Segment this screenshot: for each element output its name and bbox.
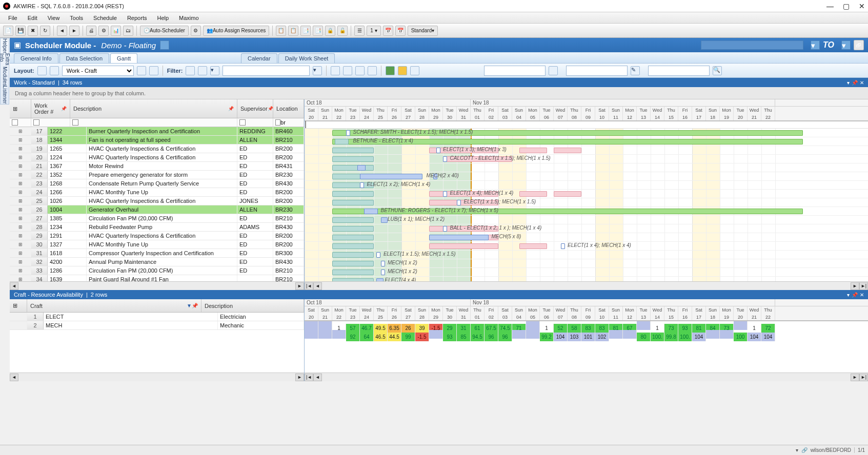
gantt-bar[interactable] — [332, 261, 374, 266]
num-dd[interactable]: 1 ▾ — [367, 26, 380, 36]
filter-loc[interactable] — [275, 119, 280, 126]
gantt-chart[interactable]: Oct 18Nov 18 SatSunMonTueWedThuFriSatSun… — [305, 99, 868, 290]
col-supervisor[interactable]: Supervisor📌 — [237, 99, 273, 118]
cal2-icon[interactable]: 📅 — [395, 26, 406, 36]
tb-c-icon[interactable]: 📑 — [300, 26, 311, 36]
gantt-row[interactable]: BETHUNE: ROGERS - ELECT(1 x 7); MECH(1 x… — [305, 207, 868, 216]
work-row[interactable]: ⊞331286Circulation Fan PM (20,000 CFM)ED… — [10, 266, 304, 275]
work-row[interactable]: ⊞271385Circulation Fan PM (20,000 CFM)ED… — [10, 214, 304, 223]
gantt-row[interactable]: ELECT(1 x 2); MECH(1 x 4) — [305, 181, 868, 190]
module-dropdown-icon[interactable] — [160, 40, 169, 50]
gantt-bar[interactable] — [332, 156, 374, 162]
layout-btn1[interactable] — [37, 66, 47, 75]
craft-col-desc[interactable]: Description — [201, 299, 304, 312]
gantt-bar[interactable] — [429, 235, 489, 240]
menu-file[interactable]: File — [4, 14, 22, 22]
menu-help[interactable]: Help — [153, 14, 173, 22]
back-icon[interactable]: ◄ — [57, 26, 67, 36]
work-row[interactable]: ⊞211367Motor RewindEDBR431 — [10, 162, 304, 171]
side-tab-strip[interactable]: HelperExtra InfoModulesListener — [0, 38, 9, 105]
gantt-bar[interactable] — [554, 148, 581, 153]
work-row[interactable]: ⊞201224HVAC Quarterly Inspections & Cert… — [10, 153, 304, 162]
gantt-next-icon[interactable]: ► — [851, 282, 859, 290]
panel-close-icon[interactable]: ✕ — [860, 80, 864, 86]
tb-x3[interactable] — [355, 66, 365, 75]
expand-icon[interactable]: ▣ — [14, 40, 21, 50]
gantt-bar[interactable] — [332, 200, 374, 205]
to-dd1-arrow[interactable]: ▾ — [811, 40, 820, 50]
filter-wo[interactable] — [33, 119, 39, 126]
minimize-button[interactable]: — — [826, 2, 834, 10]
work-row[interactable]: ⊞281234Rebuild Feedwater PumpADAMSBR430 — [10, 223, 304, 232]
panel-min-icon[interactable]: ▾ — [847, 80, 850, 86]
work-row[interactable]: ⊞181344Fan is not operating at full spee… — [10, 136, 304, 144]
work-grid-body[interactable]: ⊞171222Burner Quarterly Inspection and C… — [10, 127, 304, 281]
customize-icon[interactable]: ⚙ — [98, 26, 109, 36]
search-icon[interactable]: 🔍 — [713, 66, 722, 75]
tb-x4[interactable] — [368, 66, 377, 75]
filter-dd-icon[interactable]: ▾ — [210, 66, 219, 75]
filter-edit-icon[interactable] — [198, 66, 207, 75]
gantt-bar[interactable] — [360, 174, 422, 179]
tb-a-icon[interactable]: 📋 — [276, 26, 286, 36]
gantt-row[interactable]: CALCOTT - ELECT(1 x 1.5); MECH(1 x 1.5) — [305, 155, 868, 163]
search-input-3[interactable] — [648, 66, 710, 76]
col-expander[interactable]: ⊞ — [10, 99, 31, 118]
print-icon[interactable]: 🖨 — [86, 26, 96, 36]
gantt-row[interactable]: LUB(1 x 1); MECH(1 x 2) — [305, 216, 868, 224]
excel-icon[interactable] — [386, 66, 395, 75]
gantt-bar[interactable] — [381, 270, 385, 275]
gantt-row[interactable]: ELECT(4 x 4) — [305, 277, 868, 281]
to-dd1[interactable] — [701, 40, 803, 50]
refresh-icon[interactable]: ↻ — [40, 26, 50, 36]
craft-grid-body[interactable]: 1ELECTElectrician2MECHMechanic — [10, 313, 304, 330]
gantt-bar[interactable] — [376, 278, 383, 281]
new-icon[interactable]: 📄 — [3, 26, 13, 36]
delete-icon[interactable]: ✖ — [28, 26, 38, 36]
gantt-row[interactable]: MECH(5 x 8) — [305, 233, 868, 242]
gantt-last-icon[interactable]: ►| — [859, 282, 868, 290]
layout-btn3[interactable] — [137, 66, 146, 75]
to-action-icon[interactable]: 🗗 — [854, 40, 864, 50]
gantt-bar[interactable] — [332, 278, 374, 281]
gantt-bar[interactable] — [332, 165, 374, 171]
unlock-icon[interactable]: 🔓 — [337, 26, 348, 36]
gantt-row[interactable]: ELECT(1 x 1.5); MECH(1 x 1.5) — [305, 198, 868, 207]
layout-btn4[interactable] — [149, 66, 158, 75]
col-description[interactable]: Description📌 — [70, 99, 237, 118]
gantt-bar[interactable] — [443, 156, 447, 162]
tab-daily-work-sheet[interactable]: Daily Work Sheet — [278, 53, 335, 63]
menu-view[interactable]: View — [44, 14, 64, 22]
gantt-bar[interactable] — [457, 200, 461, 205]
gantt-row[interactable]: ELECT(1 x 3); MECH(1 x 3) — [305, 146, 868, 155]
cal-icon[interactable]: 📅 — [383, 26, 393, 36]
menu-reports[interactable]: Reports — [123, 14, 151, 22]
group-hint[interactable]: Drag a column header here to group by th… — [10, 87, 868, 99]
gantt-bar[interactable] — [554, 191, 581, 197]
tab-general-info[interactable]: General Info — [14, 53, 58, 63]
gantt-bar[interactable] — [381, 261, 385, 266]
craft-close-icon[interactable]: ✕ — [860, 292, 864, 298]
chart-icon[interactable]: 📊 — [111, 26, 121, 36]
filter-input[interactable] — [223, 66, 310, 76]
gantt-prev-icon[interactable]: ◄ — [313, 282, 322, 290]
filter-loc-input[interactable] — [280, 119, 301, 126]
forward-icon[interactable]: ► — [69, 26, 79, 36]
tb-x2[interactable] — [343, 66, 352, 75]
close-button[interactable]: ✕ — [859, 2, 865, 10]
gantt-bar[interactable] — [332, 252, 374, 258]
gantt-row[interactable]: MECH(1 x 2) — [305, 259, 868, 268]
gantt-row[interactable]: BALL - ELECT(1 x 2, 1 x ); MECH(1 x 4) — [305, 224, 868, 233]
work-row[interactable]: ⊞324200Annual Pump MaintenanceEDBR430 — [10, 258, 304, 266]
filter-sup[interactable] — [239, 119, 246, 126]
standard-dropdown[interactable]: Standard ▾ — [408, 26, 438, 36]
work-row[interactable]: ⊞341639Paint Guard Rail Around #1 FanBR2… — [10, 275, 304, 281]
craft-col-exp[interactable]: ⊞ — [10, 299, 27, 312]
craft-col-code[interactable]: Craft▼📌 — [27, 299, 201, 312]
filter-go-icon[interactable]: ▾ — [313, 66, 322, 75]
tab-calendar[interactable]: Calendar — [241, 53, 277, 63]
work-row[interactable]: ⊞251026HVAC Quarterly Inspections & Cert… — [10, 197, 304, 205]
search-go-1[interactable] — [549, 66, 558, 75]
work-row[interactable]: ⊞311618Compressor Quarterly Inspection a… — [10, 249, 304, 258]
filter-desc[interactable] — [72, 119, 78, 126]
